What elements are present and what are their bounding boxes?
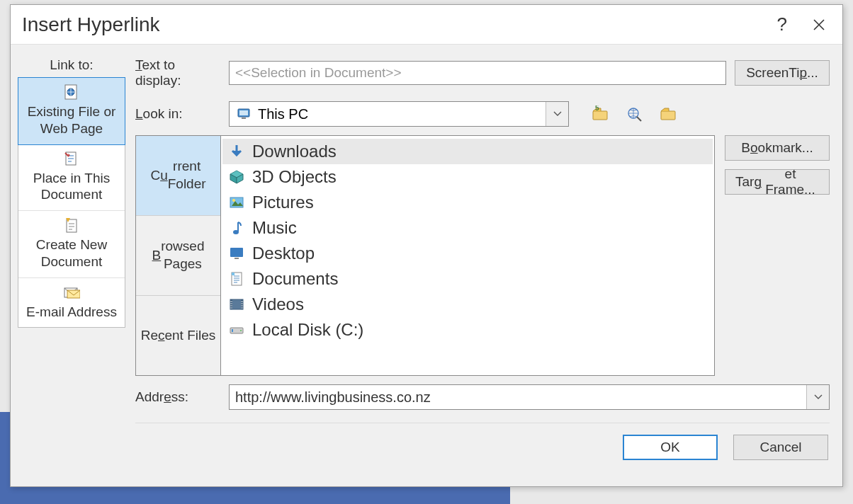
file-item-label: Documents [252,269,338,289]
bookmark-button[interactable]: Bookmark... [725,135,830,161]
look-in-row: Look in: This PC 5 [135,101,830,127]
dialog-footer: OK Cancel [135,423,830,460]
file-item-label: Downloads [252,142,337,161]
page-target-icon [63,150,80,167]
file-item-documents[interactable]: Documents [222,266,713,292]
file-item-music[interactable]: Music [222,215,713,241]
close-icon[interactable] [808,18,830,31]
look-in-label: Look in: [135,106,220,122]
side-tab-recent-files[interactable]: Recent Files [136,296,220,375]
tab-existing-file-or-web-page[interactable]: Existing File or Web Page [18,77,125,145]
file-item-pictures[interactable]: Pictures [222,190,713,215]
file-item-label: 3D Objects [252,167,337,187]
cancel-button[interactable]: Cancel [733,435,828,460]
file-item-videos[interactable]: Videos [222,292,713,317]
svg-rect-14 [661,111,675,120]
download-arrow-icon [228,143,245,160]
file-item-label: Local Disk (C:) [252,320,363,340]
svg-rect-9 [239,110,248,115]
tab-label-line1: Place in This [33,170,110,187]
browse-file-button[interactable] [655,102,682,126]
side-tab-column: CurrentFolder BrowsedPages Recent Files [135,135,220,376]
videos-icon [228,296,245,313]
tab-label-line2: Web Page [40,120,103,137]
svg-point-21 [232,199,235,202]
new-page-icon [63,217,80,234]
look-in-combo[interactable]: This PC [229,101,569,127]
tab-label-line1: Existing File or [28,103,116,120]
file-item-3d-objects[interactable]: 3D Objects [222,164,713,190]
svg-point-22 [233,230,239,234]
globe-page-icon [63,84,80,101]
browse-web-button[interactable] [621,102,648,126]
tab-create-new-document[interactable]: Create New Document [18,211,125,278]
svg-text:5: 5 [595,105,599,112]
svg-marker-15 [232,151,241,156]
dialog-body: Link to: Existing File or Web Page Place… [11,45,842,486]
svg-point-32 [240,330,242,331]
tab-label-line2: Document [41,253,103,270]
music-note-icon [228,219,245,236]
file-item-desktop[interactable]: Desktop [222,241,713,266]
main-panel: Text to display: <<Selection in Document… [135,57,830,474]
file-browser-row: CurrentFolder BrowsedPages Recent Files [135,135,830,376]
address-combo [229,384,830,410]
file-item-label: Pictures [252,193,314,212]
tab-label-line1: E-mail Address [26,304,117,321]
up-folder-button[interactable]: 5 [587,102,614,126]
svg-rect-23 [230,248,243,257]
look-in-toolbar: 5 [587,102,682,126]
svg-rect-24 [235,258,239,259]
address-label: Address: [135,389,220,405]
file-item-label: Music [252,218,297,238]
tab-email-address[interactable]: E-mail Address [18,278,125,328]
file-list[interactable]: Downloads 3D Objects Pictures [220,135,715,376]
side-tab-browsed-pages[interactable]: BrowsedPages [136,216,220,296]
text-to-display-label: Text to display: [135,57,220,88]
right-button-column: Bookmark... Target Frame... [725,135,830,376]
svg-rect-11 [593,111,607,120]
look-in-text: This PC [230,102,546,126]
look-in-value: This PC [258,106,308,122]
svg-rect-10 [242,118,246,119]
text-to-display-field[interactable]: <<Selection in Document>> [229,61,726,85]
file-item-local-disk[interactable]: Local Disk (C:) [222,317,713,343]
dialog-titlebar: Insert Hyperlink ? [11,5,842,45]
cube-icon [228,168,245,185]
tab-label-line2: Document [41,186,103,203]
link-to-tabs: Existing File or Web Page Place in This … [18,77,125,328]
disk-icon [228,321,245,338]
email-icon [63,284,80,301]
desktop-icon [228,245,245,262]
chevron-down-icon[interactable] [806,385,829,409]
this-pc-icon [237,108,252,120]
side-tab-current-folder[interactable]: CurrentFolder [136,136,220,216]
svg-rect-26 [232,273,235,275]
link-to-panel: Link to: Existing File or Web Page Place… [18,57,125,474]
svg-rect-31 [232,329,233,332]
screentip-button[interactable]: ScreenTip... [735,60,830,86]
address-input[interactable] [230,385,806,409]
text-to-display-row: Text to display: <<Selection in Document… [135,57,830,88]
dialog-title: Insert Hyperlink [22,13,756,36]
tab-label-line1: Create New [36,236,107,253]
insert-hyperlink-dialog: Insert Hyperlink ? Link to: Existing Fil… [10,4,843,487]
target-frame-button[interactable]: Target Frame... [725,169,830,195]
address-row: Address: [135,384,830,410]
tab-place-in-this-document[interactable]: Place in This Document [18,144,125,212]
file-item-label: Videos [252,294,304,314]
ok-button[interactable]: OK [623,435,718,460]
help-icon[interactable]: ? [756,13,808,35]
chevron-down-icon[interactable] [546,102,568,126]
pictures-icon [228,194,245,211]
documents-icon [228,270,245,287]
link-to-label: Link to: [18,57,125,73]
file-item-label: Desktop [252,244,315,263]
file-item-downloads[interactable]: Downloads [222,139,713,164]
